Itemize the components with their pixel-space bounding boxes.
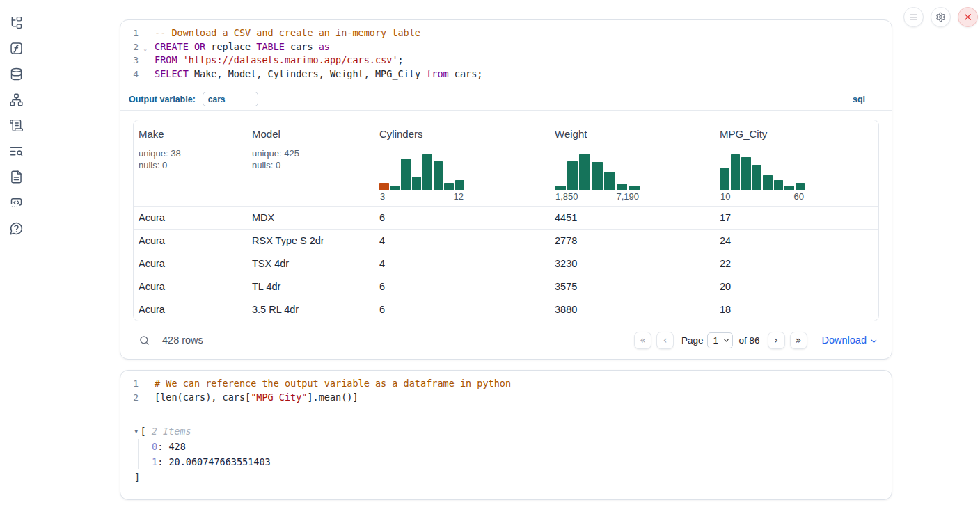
mpg-city-histogram: 10 60 xyxy=(720,154,805,202)
histogram-bar xyxy=(752,165,762,190)
collapse-chevron-icon[interactable]: ▼ xyxy=(134,424,138,439)
panel-sidebar xyxy=(0,0,32,507)
histogram-max-label: 60 xyxy=(794,191,804,202)
histogram-max-label: 7,190 xyxy=(616,191,639,202)
histogram-bar xyxy=(741,157,751,190)
column-header-model[interactable]: Model unique: 425 nulls: 0 xyxy=(247,120,374,206)
data-table: Make unique: 38 nulls: 0 Model unique: 4… xyxy=(134,120,878,321)
line-number: 2⌄ xyxy=(120,40,141,54)
table-cell: 18 xyxy=(715,298,878,321)
tree-item-separator: : xyxy=(157,441,168,452)
code-snippet-icon[interactable] xyxy=(8,195,24,210)
file-tree-icon[interactable] xyxy=(8,15,24,30)
table-cell: RSX Type S 2dr xyxy=(247,229,374,252)
database-icon[interactable] xyxy=(8,66,24,81)
prev-page-button[interactable]: ‹ xyxy=(656,332,674,349)
tree-item: 1: 20.060747663551403 xyxy=(152,454,879,469)
code-line[interactable]: 4SELECT Make, Model, Cylinders, Weight, … xyxy=(120,67,892,81)
page-select-value: 1 xyxy=(713,335,718,346)
table-cell: 24 xyxy=(715,229,878,252)
tree-item-key: 1 xyxy=(152,456,157,467)
column-header-weight[interactable]: Weight 1,850 7,190 xyxy=(550,120,715,206)
gutter-divider xyxy=(148,67,155,81)
code-text: [len(cars), cars["MPG_City"].mean()] xyxy=(155,391,358,405)
histogram-bar xyxy=(629,186,640,190)
last-page-button[interactable]: » xyxy=(790,332,807,349)
settings-button[interactable] xyxy=(931,7,951,27)
page-select[interactable]: 1 xyxy=(707,332,733,348)
page-total: of 86 xyxy=(738,335,759,346)
hamburger-icon xyxy=(908,12,919,22)
fold-chevron-icon[interactable]: ⌄ xyxy=(143,42,147,56)
chevrons-right-icon: » xyxy=(796,335,802,346)
column-header-cylinders[interactable]: Cylinders 3 12 xyxy=(374,120,550,206)
table-cell: 4 xyxy=(374,229,550,252)
column-header-mpg-city[interactable]: MPG_City 10 60 xyxy=(715,120,878,206)
chevron-down-icon xyxy=(723,337,729,344)
table-row: AcuraTSX 4dr4323022 xyxy=(134,252,878,275)
code-text: CREATE OR replace TABLE cars as xyxy=(155,40,330,54)
histogram-bar xyxy=(444,183,454,190)
gear-icon xyxy=(935,12,946,22)
tree-item-value: 428 xyxy=(168,441,185,452)
histogram-bar xyxy=(604,172,615,190)
help-bubble-icon[interactable] xyxy=(8,220,24,236)
output-variable-label: Output variable: xyxy=(129,95,196,104)
histogram-bar xyxy=(401,159,411,190)
tree-item-separator: : xyxy=(157,456,168,467)
histogram-bar xyxy=(592,162,603,190)
next-page-button[interactable]: › xyxy=(768,332,785,349)
histogram-bar xyxy=(434,161,443,190)
table-row: AcuraRSX Type S 2dr4277824 xyxy=(134,229,878,252)
histogram-bar xyxy=(567,161,578,190)
histogram-bar xyxy=(379,183,389,190)
column-label: Weight xyxy=(555,128,709,140)
table-cell: Acura xyxy=(134,252,247,275)
column-header-make[interactable]: Make unique: 38 nulls: 0 xyxy=(134,120,247,206)
column-stats: unique: 425 nulls: 0 xyxy=(252,147,369,171)
document-icon[interactable] xyxy=(8,169,24,184)
network-icon[interactable] xyxy=(8,92,24,107)
histogram-bar xyxy=(731,154,741,190)
code-line[interactable]: 2[len(cars), cars["MPG_City"].mean()] xyxy=(120,391,892,405)
close-button[interactable] xyxy=(958,7,978,27)
scroll-icon[interactable] xyxy=(8,118,24,133)
line-number: 1 xyxy=(120,26,141,40)
first-page-button[interactable]: « xyxy=(634,332,651,349)
histogram-bar xyxy=(412,177,422,190)
table-cell: 3.5 RL 4dr xyxy=(247,298,374,321)
table-cell: TL 4dr xyxy=(247,275,374,298)
table-cell: 20 xyxy=(715,275,878,298)
line-number: 1 xyxy=(120,377,141,391)
histogram-bar xyxy=(555,186,566,190)
code-line[interactable]: 1-- Download a CSV and create an in-memo… xyxy=(120,26,892,40)
histogram-bar xyxy=(579,154,590,190)
function-icon[interactable] xyxy=(8,40,24,56)
gutter-divider xyxy=(148,391,155,405)
items-count-text: 2 Items xyxy=(152,424,191,439)
menu-button[interactable] xyxy=(903,7,924,27)
search-button[interactable] xyxy=(139,334,151,346)
sql-code-editor[interactable]: 1-- Download a CSV and create an in-memo… xyxy=(120,20,892,88)
chevron-right-icon: › xyxy=(774,335,778,346)
list-search-icon[interactable] xyxy=(8,143,24,159)
download-button[interactable]: Download xyxy=(822,335,878,346)
line-number: 4 xyxy=(120,67,141,81)
table-cell: 4451 xyxy=(550,206,715,229)
table-cell: 6 xyxy=(374,275,550,298)
table-row: Acura3.5 RL 4dr6388018 xyxy=(134,298,878,321)
code-line[interactable]: 1# We can reference the output variable … xyxy=(120,377,892,391)
chevron-down-icon xyxy=(870,337,878,345)
column-label: Make xyxy=(139,128,242,140)
table-footer: 428 rows « ‹ Page 1 of 86 › » Download xyxy=(133,330,879,350)
python-code-editor[interactable]: 1# We can reference the output variable … xyxy=(120,371,892,412)
column-label: Model xyxy=(252,128,369,140)
pagination: « ‹ Page 1 of 86 › » Download xyxy=(634,332,878,349)
tree-item-key: 0 xyxy=(152,441,157,452)
output-variable-input[interactable] xyxy=(203,92,258,106)
weight-histogram: 1,850 7,190 xyxy=(555,154,640,202)
code-text: # We can reference the output variable a… xyxy=(155,377,511,391)
code-line[interactable]: 3FROM 'https://datasets.marimo.app/cars.… xyxy=(120,54,892,67)
open-bracket: [ xyxy=(140,424,145,439)
code-line[interactable]: 2⌄CREATE OR replace TABLE cars as xyxy=(120,40,892,54)
